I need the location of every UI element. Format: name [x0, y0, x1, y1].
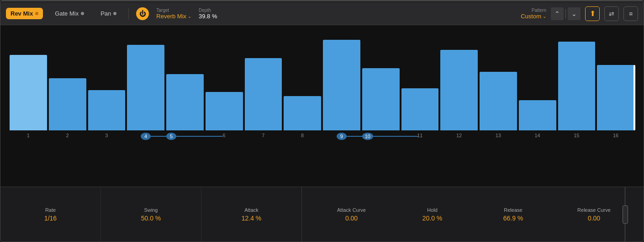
- param-hold: Hold 20.0 %: [392, 187, 473, 242]
- bar-wrapper-1[interactable]: [10, 30, 47, 130]
- bar-wrapper-2[interactable]: [49, 30, 86, 130]
- bar-16: [597, 65, 634, 130]
- x-axis: 1 2 3 4 5 6 7 8 9 10 11 12 1: [10, 130, 634, 144]
- bar-15: [558, 42, 596, 130]
- target-value[interactable]: Reverb Mix ⌄: [156, 13, 191, 20]
- toolbar-right: Pattern Custom ⌄ ⌃ ⌄ ⬆ ⇄ ≡: [521, 6, 638, 21]
- bar-4: [127, 45, 164, 130]
- pattern-chevron-icon: ⌄: [543, 14, 546, 19]
- x-label-12: 12: [440, 133, 478, 140]
- x-label-10[interactable]: 10: [362, 133, 373, 140]
- swap-button[interactable]: ⇄: [604, 6, 619, 21]
- bar-12: [440, 50, 478, 130]
- bars-container: [10, 30, 634, 130]
- bar-wrapper-3[interactable]: [88, 30, 126, 130]
- bar-wrapper-8[interactable]: [284, 30, 321, 130]
- bar-10: [362, 68, 400, 130]
- hold-label: Hold: [427, 207, 438, 213]
- toolbar-sep-1: [128, 8, 129, 19]
- bar-wrapper-11[interactable]: [401, 30, 439, 130]
- attack-value[interactable]: 12.4 %: [242, 215, 262, 222]
- tab-pan-label: Pan: [100, 10, 111, 17]
- tab-pan[interactable]: Pan: [96, 8, 121, 19]
- attack-curve-value[interactable]: 0.00: [345, 215, 358, 222]
- bottom-right: Attack Curve 0.00 Hold 20.0 % Release 66…: [302, 187, 644, 242]
- bar-2: [49, 78, 86, 130]
- release-label: Release: [504, 207, 522, 213]
- tab-rev-mix-label: Rev Mix: [11, 10, 33, 17]
- target-label: Target: [156, 8, 191, 13]
- x-label-5[interactable]: 5: [166, 133, 176, 140]
- bar-wrapper-4[interactable]: [127, 30, 164, 130]
- x-label-16: 16: [597, 133, 634, 140]
- top-divider: [0, 0, 644, 1]
- tab-gate-mix[interactable]: Gate Mix: [50, 8, 89, 19]
- nav-down-button[interactable]: ⌄: [568, 7, 581, 20]
- target-chevron-icon: ⌄: [188, 14, 191, 19]
- bottom-left: Rate 1/16 Swing 50.0 % Attack 12.4 %: [0, 187, 302, 242]
- bar-wrapper-16[interactable]: [597, 30, 634, 130]
- nav-buttons: ⌃ ⌄: [551, 7, 581, 20]
- release-value[interactable]: 66.9 %: [503, 215, 523, 222]
- bar-11: [401, 88, 439, 130]
- depth-label: Depth: [199, 8, 217, 13]
- tab-pan-dot: [113, 12, 116, 15]
- nav-up-button[interactable]: ⌃: [551, 7, 564, 20]
- target-section: Target Reverb Mix ⌄: [156, 8, 191, 20]
- pattern-value[interactable]: Custom ⌄: [521, 13, 546, 20]
- attack-curve-label: Attack Curve: [337, 207, 366, 213]
- bar-current-indicator: [633, 65, 635, 130]
- bar-wrapper-15[interactable]: [558, 30, 596, 130]
- bar-wrapper-6[interactable]: [206, 30, 243, 130]
- param-release: Release 66.9 %: [473, 187, 554, 242]
- x-label-2: 2: [49, 133, 86, 140]
- bar-wrapper-10[interactable]: [362, 30, 400, 130]
- swing-label: Swing: [144, 207, 158, 213]
- bar-wrapper-9[interactable]: [323, 30, 360, 130]
- tab-gate-mix-dot: [81, 12, 84, 15]
- release-curve-label: Release Curve: [577, 207, 611, 213]
- x-label-13: 13: [480, 133, 517, 140]
- nav-divider: [565, 9, 566, 18]
- pattern-section: Pattern Custom ⌄: [521, 8, 546, 20]
- sliders-icon: ≡: [629, 10, 633, 17]
- release-curve-value[interactable]: 0.00: [588, 215, 600, 222]
- depth-value: 39.8 %: [199, 13, 217, 20]
- x-label-15: 15: [558, 133, 596, 140]
- param-rate: Rate 1/16: [0, 187, 101, 242]
- tab-rev-mix-dot: [35, 12, 38, 15]
- bar-8: [284, 96, 321, 130]
- bar-3: [88, 90, 126, 130]
- x-label-1: 1: [10, 133, 47, 140]
- tab-rev-mix[interactable]: Rev Mix: [6, 8, 43, 19]
- bar-9: [323, 40, 360, 130]
- main-container: Rev Mix Gate Mix Pan ⏻ Target Reverb Mix…: [0, 0, 644, 242]
- bar-14: [519, 100, 556, 130]
- swap-icon: ⇄: [609, 10, 614, 17]
- pattern-label: Pattern: [532, 8, 546, 13]
- param-attack-curve: Attack Curve 0.00: [311, 187, 392, 242]
- bar-6: [206, 92, 243, 130]
- hold-value[interactable]: 20.0 %: [422, 215, 443, 222]
- power-button[interactable]: ⏻: [136, 7, 149, 20]
- upload-button[interactable]: ⬆: [585, 6, 600, 21]
- bar-wrapper-13[interactable]: [480, 30, 517, 130]
- bar-wrapper-12[interactable]: [440, 30, 478, 130]
- rate-label: Rate: [45, 207, 56, 213]
- rate-value[interactable]: 1/16: [44, 215, 57, 222]
- x-range1: 5: [166, 133, 204, 140]
- bar-wrapper-7[interactable]: [245, 30, 282, 130]
- x-label-3: 3: [88, 133, 126, 140]
- bar-7: [245, 58, 282, 130]
- param-swing: Swing 50.0 %: [101, 187, 201, 242]
- right-handle-grip[interactable]: [623, 205, 628, 224]
- bar-wrapper-14[interactable]: [519, 30, 556, 130]
- bar-wrapper-5[interactable]: [166, 30, 204, 130]
- chart-area: 1 2 3 4 5 6 7 8 9 10 11 12 1: [0, 25, 644, 187]
- tab-gate-mix-label: Gate Mix: [55, 10, 79, 17]
- depth-section: Depth 39.8 %: [199, 8, 217, 20]
- sliders-button[interactable]: ≡: [623, 6, 638, 21]
- right-handle: [625, 187, 625, 242]
- swing-value[interactable]: 50.0 %: [141, 215, 161, 222]
- x-range2: 10: [362, 133, 400, 140]
